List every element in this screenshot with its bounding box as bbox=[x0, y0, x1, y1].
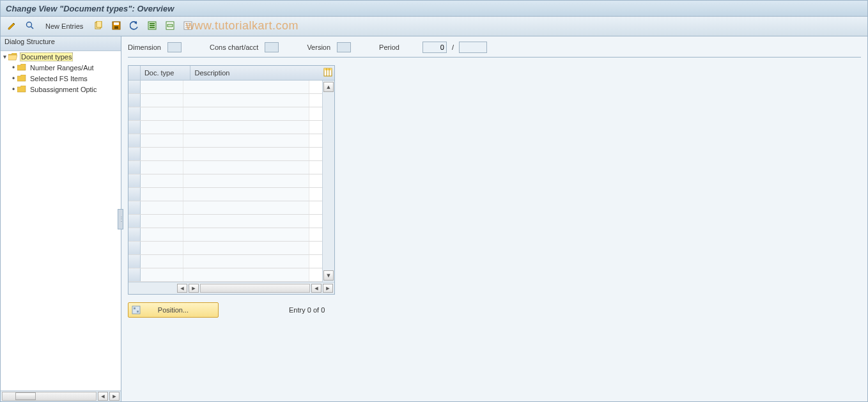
cons-chart-field[interactable] bbox=[265, 42, 279, 52]
tree-node-document-types[interactable]: ▾ Document types bbox=[1, 51, 121, 62]
cell-doc-type[interactable] bbox=[141, 188, 183, 201]
cell-description[interactable] bbox=[183, 121, 309, 134]
cell-description[interactable] bbox=[183, 107, 309, 120]
tree-node-number-ranges[interactable]: • Number Ranges/Aut bbox=[1, 62, 121, 73]
col-description[interactable]: Description bbox=[190, 66, 322, 80]
cell-doc-type[interactable] bbox=[141, 242, 183, 254]
table-row[interactable] bbox=[128, 228, 322, 242]
cell-description[interactable] bbox=[183, 242, 309, 254]
grid-vscroll[interactable]: ▲ ▼ bbox=[322, 81, 334, 282]
table-row[interactable] bbox=[128, 134, 322, 148]
save-variant-button[interactable] bbox=[109, 19, 124, 34]
scroll-left-icon-2[interactable]: ◄ bbox=[311, 284, 322, 293]
scrollbar-track[interactable] bbox=[2, 392, 97, 401]
cell-description[interactable] bbox=[183, 268, 309, 281]
row-selector[interactable] bbox=[128, 228, 141, 241]
table-row[interactable] bbox=[128, 148, 322, 161]
row-selector[interactable] bbox=[128, 81, 141, 93]
expander-icon[interactable]: ▾ bbox=[1, 53, 8, 60]
position-button[interactable]: Position... bbox=[128, 302, 219, 318]
grid-hscroll[interactable]: ◄ ► ◄ ► bbox=[128, 282, 334, 294]
grid-configure-button[interactable] bbox=[322, 66, 334, 80]
row-selector[interactable] bbox=[128, 94, 141, 107]
tree-node-subassignment-optic[interactable]: • Subassignment Optic bbox=[1, 84, 121, 95]
cell-doc-type[interactable] bbox=[141, 148, 183, 160]
cell-description[interactable] bbox=[183, 161, 309, 174]
cell-doc-type[interactable] bbox=[141, 228, 183, 241]
scroll-up-icon[interactable]: ▲ bbox=[323, 82, 334, 92]
row-selector[interactable] bbox=[128, 201, 141, 214]
hscroll-track[interactable] bbox=[200, 284, 310, 293]
table-row[interactable] bbox=[128, 94, 322, 107]
cell-doc-type[interactable] bbox=[141, 107, 183, 120]
row-selector[interactable] bbox=[128, 121, 141, 134]
grid-select-all[interactable] bbox=[128, 66, 141, 80]
table-row[interactable] bbox=[128, 255, 322, 268]
row-selector[interactable] bbox=[128, 215, 141, 228]
table-row[interactable] bbox=[128, 161, 322, 174]
row-selector[interactable] bbox=[128, 268, 141, 281]
scroll-down-icon[interactable]: ▼ bbox=[323, 270, 334, 281]
new-entries-button[interactable]: New Entries bbox=[40, 19, 88, 33]
version-field[interactable] bbox=[337, 42, 351, 52]
cell-description[interactable] bbox=[183, 148, 309, 160]
row-selector[interactable] bbox=[128, 134, 141, 147]
cell-doc-type[interactable] bbox=[141, 94, 183, 107]
table-row[interactable] bbox=[128, 242, 322, 255]
cell-doc-type[interactable] bbox=[141, 81, 183, 93]
deselect-all-button[interactable] bbox=[180, 19, 196, 34]
period-field-2[interactable] bbox=[459, 42, 487, 53]
scroll-right-icon-2[interactable]: ► bbox=[323, 284, 333, 293]
cell-description[interactable] bbox=[183, 174, 309, 187]
cell-doc-type[interactable] bbox=[141, 255, 183, 268]
cell-description[interactable] bbox=[183, 215, 309, 228]
tree[interactable]: ▾ Document types • Number Ranges/Aut bbox=[1, 51, 121, 390]
cell-description[interactable] bbox=[183, 81, 309, 93]
sidebar-hscroll[interactable]: ◄ ► bbox=[1, 390, 121, 401]
toggle-change-button[interactable] bbox=[4, 19, 20, 34]
table-row[interactable] bbox=[128, 188, 322, 201]
tree-node-selected-fs-items[interactable]: • Selected FS Items bbox=[1, 73, 121, 84]
select-all-button[interactable] bbox=[144, 19, 160, 34]
table-row[interactable] bbox=[128, 107, 322, 121]
cell-doc-type[interactable] bbox=[141, 134, 183, 147]
period-field-1[interactable] bbox=[422, 42, 447, 53]
scroll-right-icon[interactable]: ► bbox=[189, 284, 199, 293]
row-selector[interactable] bbox=[128, 174, 141, 187]
cell-description[interactable] bbox=[183, 134, 309, 147]
scrollbar-handle[interactable] bbox=[15, 392, 36, 400]
row-selector[interactable] bbox=[128, 188, 141, 201]
cell-doc-type[interactable] bbox=[141, 121, 183, 134]
scroll-left-icon[interactable]: ◄ bbox=[98, 392, 108, 401]
table-row[interactable] bbox=[128, 121, 322, 134]
select-block-button[interactable] bbox=[162, 19, 178, 34]
cell-description[interactable] bbox=[183, 201, 309, 214]
row-selector[interactable] bbox=[128, 148, 141, 160]
cell-doc-type[interactable] bbox=[141, 201, 183, 214]
cell-description[interactable] bbox=[183, 228, 309, 241]
cell-doc-type[interactable] bbox=[141, 174, 183, 187]
row-selector[interactable] bbox=[128, 107, 141, 120]
table-row[interactable] bbox=[128, 201, 322, 215]
table-row[interactable] bbox=[128, 268, 322, 282]
cell-description[interactable] bbox=[183, 255, 309, 268]
row-selector[interactable] bbox=[128, 161, 141, 174]
cell-doc-type[interactable] bbox=[141, 215, 183, 228]
cell-doc-type[interactable] bbox=[141, 161, 183, 174]
table-row[interactable] bbox=[128, 81, 322, 94]
undo-button[interactable] bbox=[127, 19, 142, 34]
table-row[interactable] bbox=[128, 215, 322, 228]
scroll-right-icon[interactable]: ► bbox=[109, 392, 120, 401]
dimension-field[interactable] bbox=[167, 42, 182, 52]
splitter-handle[interactable] bbox=[118, 209, 123, 229]
row-selector[interactable] bbox=[128, 242, 141, 254]
col-doc-type[interactable]: Doc. type bbox=[141, 66, 191, 80]
row-selector[interactable] bbox=[128, 255, 141, 268]
scroll-left-icon[interactable]: ◄ bbox=[177, 284, 187, 293]
cell-description[interactable] bbox=[183, 188, 309, 201]
details-button[interactable] bbox=[22, 19, 38, 34]
cell-description[interactable] bbox=[183, 94, 309, 107]
table-row[interactable] bbox=[128, 174, 322, 188]
copy-button[interactable] bbox=[91, 19, 106, 34]
cell-doc-type[interactable] bbox=[141, 268, 183, 281]
